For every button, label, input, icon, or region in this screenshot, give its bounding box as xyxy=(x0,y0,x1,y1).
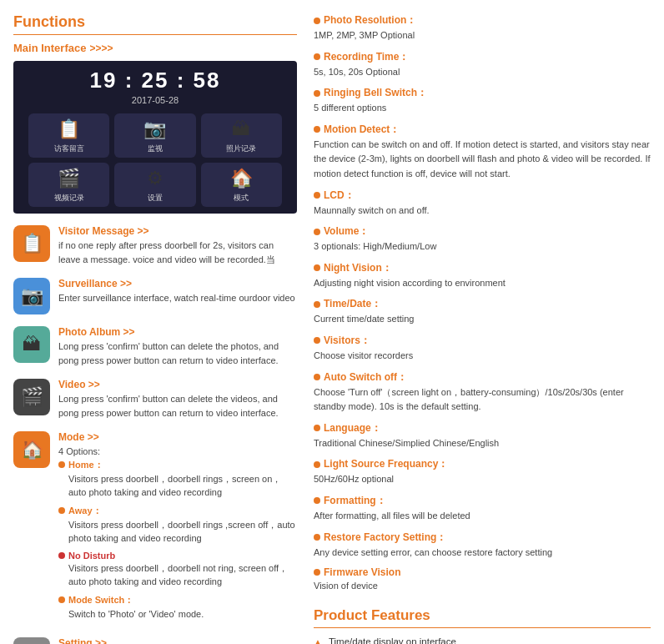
recording-time-title: Recording Time： xyxy=(324,50,409,64)
ringing-bell-desc: 5 different options xyxy=(314,101,651,116)
volume-desc: 3 optionals: High/Medium/Low xyxy=(314,239,651,254)
item-motion-detect: Motion Detect： Function can be switch on… xyxy=(314,123,651,182)
surveillance-icon: 📷 xyxy=(118,118,192,140)
product-features-title: Product Features xyxy=(314,607,651,628)
lcd-title: LCD： xyxy=(324,189,355,203)
mode-home: Home： Visitors press doorbell，doorbell r… xyxy=(58,459,297,500)
visitor-message-title: Visitor Message >> xyxy=(58,225,297,237)
visitor-message-desc: if no one reply after press doorbell for… xyxy=(58,239,297,266)
setting-feature: ⚙ Setting >> 16 setting options Video Re… xyxy=(13,637,297,644)
firmware-vision-desc: Vision of device xyxy=(314,579,651,594)
mode-no-disturb: No Disturb Visitors press doorbell，doorb… xyxy=(58,551,297,589)
settings-items-list: Photo Resolution： 1MP, 2MP, 3MP Optional… xyxy=(314,13,651,594)
settings-icon: ⚙ xyxy=(118,168,192,189)
mode-switch: Mode Switch： Switch to 'Photo' or 'Video… xyxy=(58,594,297,621)
item-ringing-bell: Ringing Bell Switch： 5 different options xyxy=(314,86,651,116)
item-volume: Volume： 3 optionals: High/Medium/Low xyxy=(314,224,651,254)
auto-switch-off-desc: Choose 'Turn off'（screen light on，batter… xyxy=(314,385,651,415)
video-icon: 🎬 xyxy=(32,168,106,189)
visitor-icon: 📋 xyxy=(32,118,106,140)
home-dot xyxy=(58,461,65,468)
motion-detect-desc: Function can be switch on and off. If mo… xyxy=(314,138,651,182)
surveillance-feature: 📷 Surveillance >> Enter surveillance int… xyxy=(13,278,297,314)
no-disturb-dot xyxy=(58,552,65,559)
photo-resolution-desc: 1MP, 2MP, 3MP Optional xyxy=(314,28,651,43)
recording-time-desc: 5s, 10s, 20s Optional xyxy=(314,65,651,80)
setting-feature-icon: ⚙ xyxy=(13,637,50,644)
photo-icon: 🏔 xyxy=(204,118,279,140)
formatting-dot xyxy=(314,497,320,504)
night-vision-dot xyxy=(314,264,320,271)
mode-switch-dot xyxy=(58,596,65,603)
language-dot xyxy=(314,425,320,431)
video-title: Video >> xyxy=(58,379,297,390)
mode-away: Away： Visitors press doorbell，doorbell r… xyxy=(58,505,297,546)
pf-item-0: ▲ Time/date display on interface xyxy=(314,636,651,644)
item-lcd: LCD： Maunnally switch on and off. xyxy=(314,189,651,219)
mode-icon: 🏠 xyxy=(204,168,279,189)
time-date-desc: Current time/date setting xyxy=(314,312,651,327)
screen-icon-video: 🎬 视频记录 xyxy=(28,163,109,207)
left-column: Functions Main Interface >>>> 19 : 25 : … xyxy=(13,13,297,644)
setting-title: Setting >> xyxy=(58,637,263,644)
screen-date: 2017-05-28 xyxy=(20,95,290,105)
auto-switch-off-title: Auto Switch off： xyxy=(324,370,407,385)
photo-album-feature: 🏔 Photo Album >> Long press 'confirm' bu… xyxy=(13,326,297,367)
no-disturb-label: No Disturb xyxy=(68,551,115,561)
ringing-bell-title: Ringing Bell Switch： xyxy=(324,86,427,100)
no-disturb-desc: Visitors press doorbell，doorbell not rin… xyxy=(58,561,297,589)
visitors-dot xyxy=(314,337,320,344)
restore-factory-desc: Any device setting error, can choose res… xyxy=(314,546,651,561)
item-photo-resolution: Photo Resolution： 1MP, 2MP, 3MP Optional xyxy=(314,13,651,43)
visitors-desc: Choose visitor recorders xyxy=(314,349,651,364)
volume-dot xyxy=(314,229,320,235)
item-time-date: Time/Date： Current time/date setting xyxy=(314,297,651,327)
night-vision-title: Night Vision： xyxy=(324,261,392,275)
language-title: Language： xyxy=(324,421,381,435)
video-desc: Long press 'confirm' button can delete t… xyxy=(58,392,297,420)
screen-icon-visitor: 📋 访客留言 xyxy=(28,113,109,158)
photo-resolution-title: Photo Resolution： xyxy=(324,13,416,28)
triangle-icon-0: ▲ xyxy=(314,637,322,644)
photo-resolution-dot xyxy=(314,18,320,24)
pf-item-0-text: Time/date display on interface xyxy=(329,636,456,644)
surveillance-feature-icon: 📷 xyxy=(13,278,50,314)
light-source-dot xyxy=(314,461,320,468)
functions-title: Functions xyxy=(13,13,297,35)
lcd-desc: Maunnally switch on and off. xyxy=(314,204,651,219)
item-firmware-vision: Firmware Vision Vision of device xyxy=(314,566,651,594)
away-label: Away： xyxy=(68,505,102,517)
item-night-vision: Night Vision： Adjusting night vision acc… xyxy=(314,261,651,291)
light-source-title: Light Source Frequancy： xyxy=(324,457,448,471)
photo-album-title: Photo Album >> xyxy=(58,326,297,338)
item-formatting: Formatting： After formatting, all files … xyxy=(314,494,651,524)
away-dot xyxy=(58,507,65,514)
main-interface-label: Main Interface >>>> xyxy=(13,42,297,54)
restore-factory-title: Restore Factory Setting： xyxy=(324,531,446,545)
recording-time-dot xyxy=(314,53,320,60)
mode-switch-desc: Switch to 'Photo' or 'Video' mode. xyxy=(58,607,297,621)
time-date-dot xyxy=(314,301,320,308)
ringing-bell-dot xyxy=(314,90,320,97)
firmware-vision-title: Firmware Vision xyxy=(324,566,400,578)
formatting-title: Formatting： xyxy=(324,494,386,508)
right-column: Photo Resolution： 1MP, 2MP, 3MP Optional… xyxy=(314,13,651,644)
screen-icon-mode: 🏠 模式 xyxy=(201,163,282,207)
lcd-dot xyxy=(314,192,320,199)
formatting-desc: After formatting, all files will be dele… xyxy=(314,509,651,524)
video-feature-icon: 🎬 xyxy=(13,379,50,415)
product-features-list: ▲ Time/date display on interface ▲ Long … xyxy=(314,636,651,644)
surveillance-title: Surveillance >> xyxy=(58,278,295,289)
mode-intro: 4 Options: xyxy=(58,445,297,459)
away-desc: Visitors press doorbell，doorbell rings ,… xyxy=(58,518,297,546)
video-feature: 🎬 Video >> Long press 'confirm' button c… xyxy=(13,379,297,420)
item-auto-switch-off: Auto Switch off： Choose 'Turn off'（scree… xyxy=(314,370,651,415)
home-label: Home： xyxy=(68,459,103,471)
motion-detect-title: Motion Detect： xyxy=(324,123,400,137)
mode-title: Mode >> xyxy=(58,431,297,443)
mode-feature-icon: 🏠 xyxy=(13,431,50,468)
device-screen: 19 : 25 : 58 2017-05-28 📋 访客留言 📷 监视 🏔 照片… xyxy=(13,61,297,214)
item-visitors: Visitors： Choose visitor recorders xyxy=(314,334,651,364)
time-date-title: Time/Date： xyxy=(324,297,381,311)
light-source-desc: 50Hz/60Hz optional xyxy=(314,472,651,487)
